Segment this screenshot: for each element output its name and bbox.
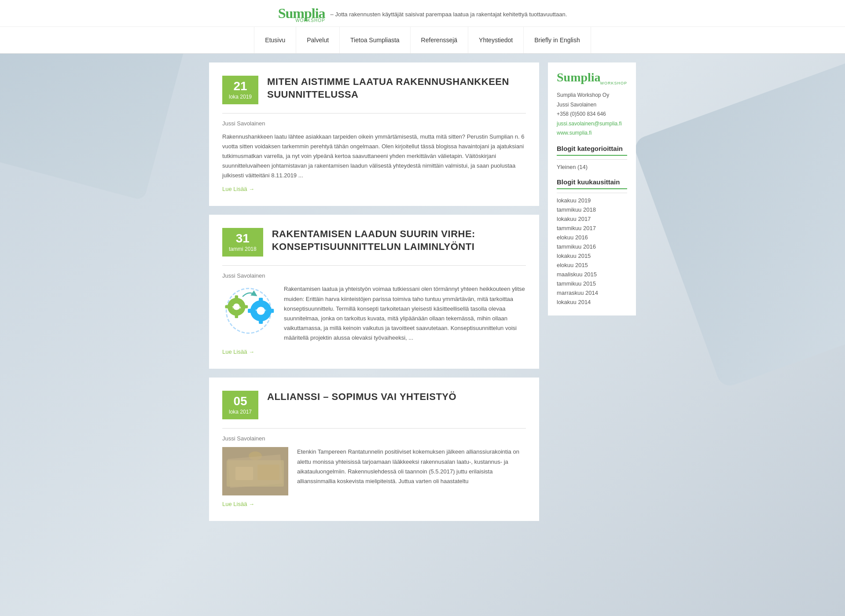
contact-website-link[interactable]: www.sumplia.fi (557, 130, 592, 136)
sidebar-months-title: Blogit kuukausittain (557, 178, 627, 189)
nav-yhteystiedot[interactable]: Yhteystiedot (468, 27, 524, 53)
sidebar-month-0[interactable]: lokakuu 2019 (557, 196, 627, 205)
post-2-header: 31 tammi 2018 RAKENTAMISEN LAADUN SUURIN… (222, 228, 526, 257)
nav-etusivu[interactable]: Etusivu (254, 27, 296, 53)
sidebar-month-10[interactable]: marraskuu 2014 (557, 288, 627, 297)
sidebar-month-5[interactable]: tammikuu 2016 (557, 242, 627, 251)
main-nav: Etusivu Palvelut Tietoa Sumpliasta Refer… (0, 27, 845, 54)
post-2-date-box: 31 tammi 2018 (222, 228, 263, 257)
post-3-image (222, 447, 288, 495)
post-1-title: MITEN AISTIMME LAATUA RAKENNUSHANKKEEN S… (267, 76, 526, 101)
post-2-body: Tilaaja Konsepti (222, 284, 526, 343)
post-3-day: 05 (229, 395, 252, 407)
svg-rect-9 (259, 298, 263, 304)
sidebar-month-4[interactable]: elokuu 2016 (557, 233, 627, 242)
post-3-text: Etenkin Tampereen Rantatunnelin positiiv… (297, 447, 526, 495)
blog-content: 21 loka 2019 MITEN AISTIMME LAATUA RAKEN… (209, 62, 539, 530)
post-1-text: Rakennushankkeen laatu lähtee asiakkaan … (222, 132, 526, 180)
post-1-month: loka 2019 (229, 94, 252, 100)
contact-phone: +358 (0)500 834 646 (557, 110, 627, 119)
svg-rect-16 (227, 460, 284, 487)
post-2-text: Rakentamisen laatua ja yhteistyön voimaa… (284, 284, 526, 343)
svg-rect-17 (235, 467, 253, 480)
sidebar-logo[interactable]: Sumplia WORKSHOP (557, 71, 627, 85)
post-3-title: ALLIANSSI – SOPIMUS VAI YHTEISTYÖ (267, 391, 456, 403)
sidebar-categories-title: Blogit kategorioittain (557, 145, 627, 156)
sidebar-contact: Sumplia Workshop Oy Jussi Savolainen +35… (557, 91, 627, 138)
svg-rect-12 (248, 309, 254, 313)
sidebar-brand-card: Sumplia WORKSHOP Sumplia Workshop Oy Jus… (548, 62, 636, 315)
sidebar-category-0[interactable]: Yleinen (14) (557, 162, 627, 172)
logo[interactable]: Sumplia WORKSHOP (278, 5, 325, 23)
contact-name: Jussi Savolainen (557, 100, 627, 110)
post-1-author: Jussi Savolainen (222, 120, 526, 127)
post-2-day: 31 (229, 232, 257, 245)
svg-rect-18 (257, 465, 279, 480)
post-3: 05 loka 2017 ALLIANSSI – SOPIMUS VAI YHT… (209, 378, 539, 521)
post-3-header: 05 loka 2017 ALLIANSSI – SOPIMUS VAI YHT… (222, 391, 526, 419)
post-1-body: Rakennushankkeen laatu lähtee asiakkaan … (222, 132, 526, 180)
months-divider (557, 193, 627, 193)
sidebar-month-2[interactable]: lokakuu 2017 (557, 214, 627, 224)
post-1-read-more[interactable]: Lue Lisää → (222, 186, 254, 192)
nav-briefly[interactable]: Briefly in English (524, 27, 591, 53)
site-tagline: – Jotta rakennusten käyttäjät saisivat p… (331, 11, 567, 18)
sidebar-logo-main: Sumplia (557, 70, 601, 84)
post-3-author: Jussi Savolainen (222, 435, 526, 442)
post-1-day: 21 (229, 80, 252, 92)
post-2-divider (222, 265, 526, 266)
post-2-month: tammi 2018 (229, 246, 257, 252)
nav-inner: Etusivu Palvelut Tietoa Sumpliasta Refer… (211, 27, 634, 53)
nav-tietoa[interactable]: Tietoa Sumpliasta (340, 27, 411, 53)
sidebar-month-9[interactable]: tammikuu 2015 (557, 279, 627, 288)
svg-rect-10 (259, 318, 263, 324)
post-2-title: RAKENTAMISEN LAADUN SUURIN VIRHE: KONSEP… (272, 228, 526, 253)
svg-rect-2 (235, 296, 238, 301)
post-3-month: loka 2017 (229, 409, 252, 415)
contact-email-link[interactable]: jussi.savolainen@sumplia.fi (557, 121, 622, 127)
sidebar-month-11[interactable]: lokakuu 2014 (557, 297, 627, 307)
svg-text:Konsepti: Konsepti (256, 309, 266, 312)
main-wrapper: 21 loka 2019 MITEN AISTIMME LAATUA RAKEN… (202, 54, 643, 539)
post-3-body: Etenkin Tampereen Rantatunnelin positiiv… (222, 447, 526, 495)
sidebar-month-3[interactable]: tammikuu 2017 (557, 224, 627, 233)
site-header: Sumplia WORKSHOP – Jotta rakennusten käy… (0, 0, 845, 27)
post-1-date-box: 21 loka 2019 (222, 76, 258, 104)
sidebar: Sumplia WORKSHOP Sumplia Workshop Oy Jus… (548, 62, 636, 322)
sidebar-month-1[interactable]: tammikuu 2018 (557, 205, 627, 214)
post-1-divider (222, 113, 526, 114)
svg-text:Tilaaja: Tilaaja (232, 306, 241, 309)
gear-diagram-svg: Tilaaja Konsepti (222, 284, 275, 341)
svg-rect-3 (235, 313, 238, 318)
post-3-divider (222, 428, 526, 429)
post-2-read-more[interactable]: Lue Lisää → (222, 348, 254, 355)
categories-divider (557, 159, 627, 160)
post-2-author: Jussi Savolainen (222, 272, 526, 279)
sidebar-month-7[interactable]: elokuu 2015 (557, 260, 627, 270)
svg-rect-11 (268, 309, 274, 313)
sidebar-month-6[interactable]: lokakuu 2015 (557, 251, 627, 260)
nav-referensseja[interactable]: Referenssejä (411, 27, 469, 53)
post-3-date-box: 05 loka 2017 (222, 391, 258, 419)
svg-rect-5 (225, 305, 230, 308)
post-1-header: 21 loka 2019 MITEN AISTIMME LAATUA RAKEN… (222, 76, 526, 104)
sidebar-month-8[interactable]: maaliskuu 2015 (557, 270, 627, 279)
post-3-read-more[interactable]: Lue Lisää → (222, 501, 254, 507)
contact-company: Sumplia Workshop Oy (557, 91, 627, 100)
post-1: 21 loka 2019 MITEN AISTIMME LAATUA RAKEN… (209, 62, 539, 206)
svg-point-19 (249, 451, 262, 460)
svg-rect-4 (243, 305, 248, 308)
nav-palvelut[interactable]: Palvelut (296, 27, 340, 53)
post-2: 31 tammi 2018 RAKENTAMISEN LAADUN SUURIN… (209, 215, 539, 369)
post-2-image: Tilaaja Konsepti (222, 284, 275, 343)
